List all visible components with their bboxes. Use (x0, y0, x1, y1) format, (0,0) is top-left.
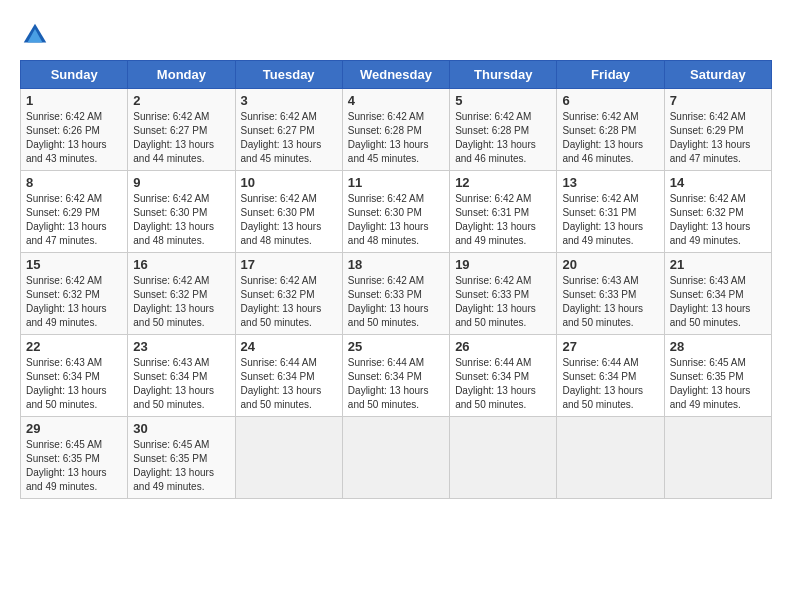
cell-content: Sunrise: 6:42 AMSunset: 6:27 PMDaylight:… (241, 110, 337, 166)
logo-icon (20, 20, 50, 50)
cell-content: Sunrise: 6:42 AMSunset: 6:32 PMDaylight:… (133, 274, 229, 330)
cell-content: Sunrise: 6:44 AMSunset: 6:34 PMDaylight:… (562, 356, 658, 412)
day-number: 20 (562, 257, 658, 272)
day-number: 19 (455, 257, 551, 272)
calendar-cell: 29Sunrise: 6:45 AMSunset: 6:35 PMDayligh… (21, 417, 128, 499)
day-header-wednesday: Wednesday (342, 61, 449, 89)
calendar-cell: 18Sunrise: 6:42 AMSunset: 6:33 PMDayligh… (342, 253, 449, 335)
day-number: 22 (26, 339, 122, 354)
day-number: 23 (133, 339, 229, 354)
day-header-friday: Friday (557, 61, 664, 89)
calendar-cell: 5Sunrise: 6:42 AMSunset: 6:28 PMDaylight… (450, 89, 557, 171)
day-number: 12 (455, 175, 551, 190)
calendar-week-5: 29Sunrise: 6:45 AMSunset: 6:35 PMDayligh… (21, 417, 772, 499)
day-number: 17 (241, 257, 337, 272)
cell-content: Sunrise: 6:45 AMSunset: 6:35 PMDaylight:… (26, 438, 122, 494)
day-number: 28 (670, 339, 766, 354)
calendar-week-1: 1Sunrise: 6:42 AMSunset: 6:26 PMDaylight… (21, 89, 772, 171)
header (20, 20, 772, 50)
day-header-sunday: Sunday (21, 61, 128, 89)
day-number: 25 (348, 339, 444, 354)
day-number: 4 (348, 93, 444, 108)
day-number: 3 (241, 93, 337, 108)
calendar-cell (235, 417, 342, 499)
day-number: 10 (241, 175, 337, 190)
cell-content: Sunrise: 6:45 AMSunset: 6:35 PMDaylight:… (133, 438, 229, 494)
calendar-cell: 19Sunrise: 6:42 AMSunset: 6:33 PMDayligh… (450, 253, 557, 335)
cell-content: Sunrise: 6:43 AMSunset: 6:34 PMDaylight:… (670, 274, 766, 330)
day-number: 16 (133, 257, 229, 272)
cell-content: Sunrise: 6:42 AMSunset: 6:32 PMDaylight:… (670, 192, 766, 248)
calendar-cell: 9Sunrise: 6:42 AMSunset: 6:30 PMDaylight… (128, 171, 235, 253)
calendar-cell: 23Sunrise: 6:43 AMSunset: 6:34 PMDayligh… (128, 335, 235, 417)
cell-content: Sunrise: 6:44 AMSunset: 6:34 PMDaylight:… (348, 356, 444, 412)
day-header-tuesday: Tuesday (235, 61, 342, 89)
calendar-header-row: SundayMondayTuesdayWednesdayThursdayFrid… (21, 61, 772, 89)
cell-content: Sunrise: 6:42 AMSunset: 6:29 PMDaylight:… (26, 192, 122, 248)
calendar: SundayMondayTuesdayWednesdayThursdayFrid… (20, 60, 772, 499)
cell-content: Sunrise: 6:42 AMSunset: 6:33 PMDaylight:… (348, 274, 444, 330)
calendar-cell: 30Sunrise: 6:45 AMSunset: 6:35 PMDayligh… (128, 417, 235, 499)
day-number: 11 (348, 175, 444, 190)
cell-content: Sunrise: 6:44 AMSunset: 6:34 PMDaylight:… (455, 356, 551, 412)
calendar-cell: 7Sunrise: 6:42 AMSunset: 6:29 PMDaylight… (664, 89, 771, 171)
calendar-cell: 20Sunrise: 6:43 AMSunset: 6:33 PMDayligh… (557, 253, 664, 335)
day-number: 2 (133, 93, 229, 108)
calendar-cell: 1Sunrise: 6:42 AMSunset: 6:26 PMDaylight… (21, 89, 128, 171)
cell-content: Sunrise: 6:43 AMSunset: 6:34 PMDaylight:… (133, 356, 229, 412)
logo (20, 20, 54, 50)
calendar-cell: 14Sunrise: 6:42 AMSunset: 6:32 PMDayligh… (664, 171, 771, 253)
day-header-monday: Monday (128, 61, 235, 89)
calendar-cell: 6Sunrise: 6:42 AMSunset: 6:28 PMDaylight… (557, 89, 664, 171)
calendar-cell: 21Sunrise: 6:43 AMSunset: 6:34 PMDayligh… (664, 253, 771, 335)
cell-content: Sunrise: 6:42 AMSunset: 6:28 PMDaylight:… (562, 110, 658, 166)
calendar-cell: 4Sunrise: 6:42 AMSunset: 6:28 PMDaylight… (342, 89, 449, 171)
calendar-cell: 17Sunrise: 6:42 AMSunset: 6:32 PMDayligh… (235, 253, 342, 335)
calendar-week-4: 22Sunrise: 6:43 AMSunset: 6:34 PMDayligh… (21, 335, 772, 417)
day-number: 26 (455, 339, 551, 354)
calendar-cell: 3Sunrise: 6:42 AMSunset: 6:27 PMDaylight… (235, 89, 342, 171)
day-number: 15 (26, 257, 122, 272)
cell-content: Sunrise: 6:42 AMSunset: 6:30 PMDaylight:… (241, 192, 337, 248)
calendar-cell: 24Sunrise: 6:44 AMSunset: 6:34 PMDayligh… (235, 335, 342, 417)
day-header-saturday: Saturday (664, 61, 771, 89)
day-number: 21 (670, 257, 766, 272)
calendar-cell: 13Sunrise: 6:42 AMSunset: 6:31 PMDayligh… (557, 171, 664, 253)
cell-content: Sunrise: 6:42 AMSunset: 6:26 PMDaylight:… (26, 110, 122, 166)
cell-content: Sunrise: 6:42 AMSunset: 6:28 PMDaylight:… (455, 110, 551, 166)
cell-content: Sunrise: 6:42 AMSunset: 6:33 PMDaylight:… (455, 274, 551, 330)
day-number: 5 (455, 93, 551, 108)
day-number: 7 (670, 93, 766, 108)
calendar-cell: 16Sunrise: 6:42 AMSunset: 6:32 PMDayligh… (128, 253, 235, 335)
cell-content: Sunrise: 6:42 AMSunset: 6:32 PMDaylight:… (26, 274, 122, 330)
day-number: 27 (562, 339, 658, 354)
calendar-cell: 8Sunrise: 6:42 AMSunset: 6:29 PMDaylight… (21, 171, 128, 253)
calendar-cell: 26Sunrise: 6:44 AMSunset: 6:34 PMDayligh… (450, 335, 557, 417)
calendar-cell: 10Sunrise: 6:42 AMSunset: 6:30 PMDayligh… (235, 171, 342, 253)
calendar-cell (450, 417, 557, 499)
calendar-cell: 28Sunrise: 6:45 AMSunset: 6:35 PMDayligh… (664, 335, 771, 417)
day-number: 24 (241, 339, 337, 354)
day-number: 6 (562, 93, 658, 108)
cell-content: Sunrise: 6:42 AMSunset: 6:29 PMDaylight:… (670, 110, 766, 166)
calendar-cell (342, 417, 449, 499)
cell-content: Sunrise: 6:42 AMSunset: 6:30 PMDaylight:… (348, 192, 444, 248)
day-number: 29 (26, 421, 122, 436)
cell-content: Sunrise: 6:42 AMSunset: 6:32 PMDaylight:… (241, 274, 337, 330)
calendar-cell: 11Sunrise: 6:42 AMSunset: 6:30 PMDayligh… (342, 171, 449, 253)
calendar-cell: 2Sunrise: 6:42 AMSunset: 6:27 PMDaylight… (128, 89, 235, 171)
calendar-cell: 15Sunrise: 6:42 AMSunset: 6:32 PMDayligh… (21, 253, 128, 335)
day-number: 9 (133, 175, 229, 190)
day-number: 13 (562, 175, 658, 190)
cell-content: Sunrise: 6:42 AMSunset: 6:28 PMDaylight:… (348, 110, 444, 166)
day-number: 14 (670, 175, 766, 190)
cell-content: Sunrise: 6:43 AMSunset: 6:33 PMDaylight:… (562, 274, 658, 330)
cell-content: Sunrise: 6:42 AMSunset: 6:31 PMDaylight:… (455, 192, 551, 248)
cell-content: Sunrise: 6:42 AMSunset: 6:30 PMDaylight:… (133, 192, 229, 248)
calendar-cell: 12Sunrise: 6:42 AMSunset: 6:31 PMDayligh… (450, 171, 557, 253)
calendar-week-2: 8Sunrise: 6:42 AMSunset: 6:29 PMDaylight… (21, 171, 772, 253)
day-number: 1 (26, 93, 122, 108)
calendar-cell (664, 417, 771, 499)
calendar-cell: 22Sunrise: 6:43 AMSunset: 6:34 PMDayligh… (21, 335, 128, 417)
calendar-cell: 25Sunrise: 6:44 AMSunset: 6:34 PMDayligh… (342, 335, 449, 417)
